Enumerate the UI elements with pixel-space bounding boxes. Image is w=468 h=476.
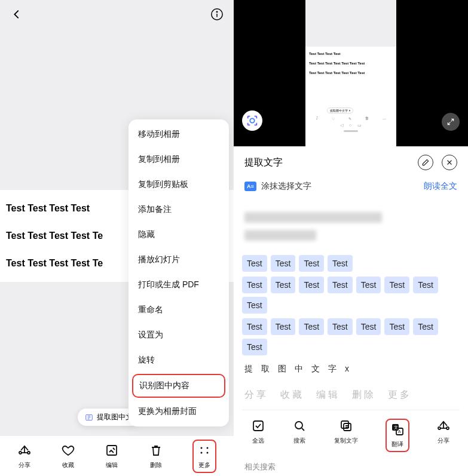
- svg-point-5: [27, 452, 30, 454]
- gray-action[interactable]: 更多: [388, 389, 412, 401]
- preview-nav: ◁○▭: [309, 123, 393, 128]
- text-token[interactable]: Test: [328, 277, 353, 293]
- svg-point-7: [201, 447, 203, 449]
- select-label: 涂抹选择文字: [261, 181, 311, 192]
- action-select-all[interactable]: 全选: [251, 419, 265, 452]
- gray-action[interactable]: 分享: [244, 389, 268, 401]
- text-token[interactable]: Test: [413, 277, 438, 293]
- text-token[interactable]: Test: [328, 318, 353, 335]
- text-token[interactable]: 取: [259, 360, 272, 378]
- bottom-label: 删除: [150, 461, 162, 469]
- menu-item-10[interactable]: 识别图中内容: [132, 374, 225, 398]
- menu-item-8[interactable]: 设置为: [129, 323, 229, 348]
- bottom-bar: 分享收藏编辑删除更多: [0, 435, 234, 476]
- text-token[interactable]: Test: [384, 318, 409, 335]
- lens-button[interactable]: [242, 110, 262, 131]
- action-row: 全选搜索复制文字文A翻译分享: [234, 414, 468, 456]
- svg-point-13: [295, 422, 302, 429]
- text-token[interactable]: Test: [242, 277, 267, 293]
- preview-line: Test Test Test Test Test Test Test: [309, 59, 393, 68]
- action-search[interactable]: 搜索: [292, 419, 307, 452]
- action-share[interactable]: 分享: [436, 419, 451, 452]
- text-token[interactable]: Test: [242, 339, 267, 355]
- share-icon: [436, 419, 451, 434]
- bottom-label: 编辑: [106, 461, 118, 469]
- close-icon: [446, 159, 453, 166]
- tokens-row-1: TestTestTestTest: [234, 253, 468, 274]
- menu-item-1[interactable]: 复制到相册: [129, 147, 229, 172]
- gray-action[interactable]: 编辑: [316, 389, 340, 401]
- expand-icon: [446, 118, 455, 126]
- gray-action[interactable]: 收藏: [280, 389, 304, 401]
- menu-item-5[interactable]: 播放幻灯片: [129, 247, 229, 272]
- text-token[interactable]: Test: [356, 277, 381, 293]
- preview-area: Test Test Test Test Test Test Test Test …: [234, 0, 468, 146]
- text-token[interactable]: Test: [328, 255, 353, 272]
- menu-item-11[interactable]: 更换为相册封面: [129, 399, 229, 424]
- text-token[interactable]: Test: [413, 318, 438, 335]
- bottom-edit[interactable]: 编辑: [105, 443, 119, 469]
- expand-button[interactable]: [442, 113, 460, 131]
- text-token[interactable]: x: [342, 360, 351, 378]
- info-icon[interactable]: [210, 7, 224, 22]
- more-menu: 移动到相册复制到相册复制到剪贴板添加备注隐藏播放幻灯片打印或生成 PDF重命名设…: [129, 119, 229, 426]
- related-search-label: 相关搜索: [234, 456, 468, 476]
- action-label: 全选: [252, 437, 264, 445]
- extract-sheet: 提取文字 A≡ 涂抹选择文字 朗读全文 TestTestTestTest Tes…: [234, 146, 468, 476]
- text-token[interactable]: 中: [292, 360, 305, 378]
- svg-point-10: [207, 452, 209, 453]
- left-topbar: [0, 0, 234, 29]
- menu-item-7[interactable]: 重命名: [129, 297, 229, 323]
- text-token[interactable]: 文: [309, 360, 322, 378]
- text-token[interactable]: 图: [276, 360, 289, 378]
- action-translate[interactable]: 文A翻译: [386, 419, 409, 452]
- text-token[interactable]: Test: [356, 318, 381, 335]
- menu-item-4[interactable]: 隐藏: [129, 222, 229, 247]
- tokens-row-2: TestTestTestTestTestTestTestTest: [234, 274, 468, 316]
- heart-icon: [61, 443, 75, 459]
- svg-point-8: [207, 447, 209, 449]
- svg-text:文: 文: [394, 425, 398, 429]
- text-token[interactable]: Test: [271, 255, 296, 272]
- blurred-text: [234, 200, 468, 253]
- text-token[interactable]: Test: [242, 318, 267, 335]
- preview-image[interactable]: Test Test Test Test Test Test Test Test …: [305, 0, 396, 146]
- menu-item-0[interactable]: 移动到相册: [129, 122, 229, 147]
- back-icon[interactable]: [10, 7, 24, 22]
- text-token[interactable]: 提: [242, 360, 255, 378]
- bottom-heart[interactable]: 收藏: [61, 443, 75, 469]
- text-token[interactable]: Test: [299, 277, 324, 293]
- select-all-icon: [251, 419, 265, 434]
- svg-rect-15: [344, 423, 351, 431]
- text-token[interactable]: 字: [326, 360, 339, 378]
- sheet-handle-mini: [344, 130, 358, 132]
- menu-item-6[interactable]: 打印或生成 PDF: [129, 272, 229, 297]
- bottom-share[interactable]: 分享: [17, 443, 32, 469]
- bottom-label: 分享: [19, 461, 30, 469]
- lens-icon: [246, 114, 259, 127]
- text-token[interactable]: Test: [271, 318, 296, 335]
- left-screenshot: Test Test Test Test Test Test Test Test …: [0, 0, 234, 476]
- text-token[interactable]: Test: [384, 277, 409, 293]
- svg-point-21: [446, 427, 449, 429]
- text-token[interactable]: Test: [271, 277, 296, 293]
- gray-action[interactable]: 删除: [352, 389, 376, 401]
- text-token[interactable]: Test: [299, 318, 324, 335]
- svg-point-9: [201, 452, 203, 453]
- menu-item-3[interactable]: 添加备注: [129, 197, 229, 222]
- action-copy[interactable]: 复制文字: [334, 419, 358, 452]
- read-all-link[interactable]: 朗读全文: [424, 181, 457, 192]
- bottom-trash[interactable]: 删除: [149, 443, 163, 469]
- edit-sheet-button[interactable]: [418, 155, 433, 170]
- menu-item-9[interactable]: 旋转: [129, 348, 229, 373]
- svg-point-11: [250, 118, 254, 122]
- menu-item-2[interactable]: 复制到剪贴板: [129, 172, 229, 197]
- sheet-header: 提取文字: [234, 146, 468, 176]
- text-token[interactable]: Test: [299, 255, 324, 272]
- text-token[interactable]: Test: [242, 297, 267, 314]
- text-token[interactable]: Test: [242, 255, 267, 272]
- close-sheet-button[interactable]: [442, 155, 457, 170]
- action-label: 翻译: [391, 440, 403, 449]
- action-label: 搜索: [293, 437, 305, 445]
- bottom-more[interactable]: 更多: [192, 440, 216, 473]
